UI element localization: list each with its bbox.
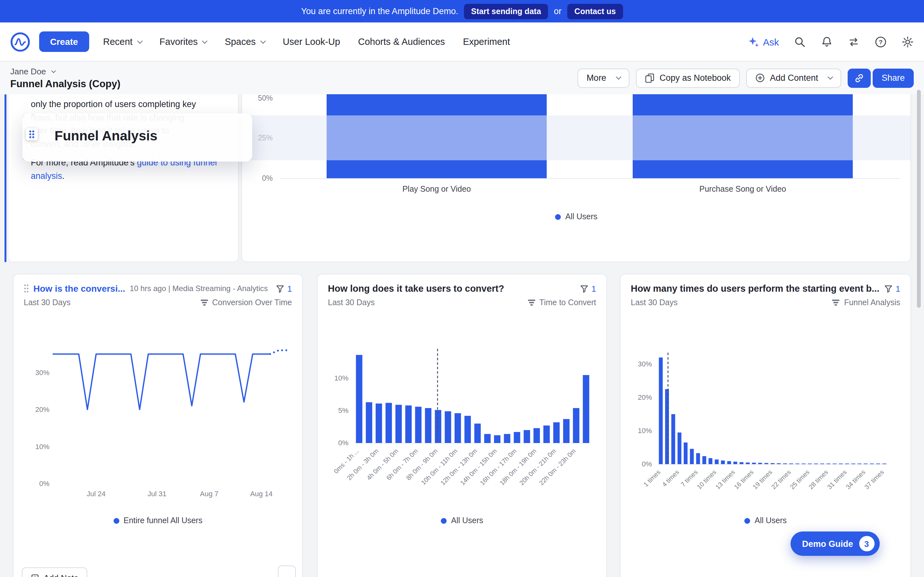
data-connections-icon[interactable] [847, 35, 860, 48]
legend-label: All Users [565, 212, 598, 221]
legend-dot-icon [555, 214, 561, 219]
filter-funnel-icon [580, 284, 588, 293]
ask-label: Ask [763, 36, 779, 47]
breadcrumb[interactable]: Jane Doe [10, 66, 120, 76]
demo-guide-button[interactable]: Demo Guide 3 [790, 532, 879, 556]
svg-text:5%: 5% [338, 406, 349, 414]
svg-text:20%: 20% [638, 393, 652, 401]
nav-item-recent[interactable]: Recent [103, 37, 142, 47]
add-note-button[interactable]: Add Note [22, 567, 87, 577]
filter-count: 1 [288, 284, 292, 293]
nav-item-label: Favorites [160, 37, 198, 47]
filter-funnel-icon [884, 284, 893, 293]
filter-indicator[interactable]: 1 [884, 284, 900, 293]
conversion-line-chart: 0%10%20%30%Jul 24Jul 31Aug 7Aug 14 [20, 338, 302, 537]
nav-right-actions: Ask ? [748, 35, 914, 48]
section-selection-indicator [5, 94, 6, 262]
svg-text:20%: 20% [35, 406, 49, 414]
contact-us-button[interactable]: Contact us [567, 3, 623, 19]
chart-view-text: Funnel Analysis [844, 298, 900, 307]
drag-handle-icon[interactable] [26, 128, 38, 140]
chart-title-link[interactable]: How is the conversi... [33, 284, 125, 293]
svg-text:13 times: 13 times [714, 468, 736, 490]
copy-as-notebook-button[interactable]: Copy as Notebook [636, 68, 740, 87]
chart-meta: 10 hrs ago | Media Streaming - Analytics [129, 284, 271, 293]
amplitude-logo-icon [10, 32, 30, 52]
svg-text:16 times: 16 times [733, 468, 755, 490]
scrollbar-thumb[interactable] [917, 90, 921, 308]
search-icon[interactable] [793, 35, 806, 48]
start-sending-data-button[interactable]: Start sending data [464, 3, 548, 19]
nav-item-label: Cohorts & Audiences [358, 37, 445, 47]
copy-link-button[interactable] [848, 68, 871, 87]
ask-ai-button[interactable]: Ask [748, 36, 779, 47]
svg-text:37 times: 37 times [863, 468, 885, 490]
more-suffix: . [62, 171, 65, 181]
chart-view-label: Time to Convert [527, 298, 596, 307]
page-title: Funnel Analysis (Copy) [10, 78, 120, 89]
chart-view-text: Conversion Over Time [212, 298, 292, 307]
chevron-down-icon [202, 38, 208, 44]
nav-item-favorites[interactable]: Favorites [160, 37, 207, 47]
copy-as-notebook-label: Copy as Notebook [660, 73, 731, 83]
chart-view-label: Conversion Over Time [200, 298, 292, 307]
svg-text:10 times: 10 times [696, 468, 718, 490]
card-header: How long does it take users to convert? … [318, 274, 606, 307]
create-button[interactable]: Create [39, 31, 89, 52]
filter-indicator[interactable]: 1 [580, 284, 596, 293]
nav-item-cohorts-audiences[interactable]: Cohorts & Audiences [358, 37, 445, 47]
card-header: How is the conversi... 10 hrs ago | Medi… [13, 274, 302, 307]
card-corner-button[interactable] [278, 566, 296, 577]
more-button[interactable]: More [577, 68, 630, 87]
help-icon[interactable]: ? [874, 35, 887, 48]
filter-indicator[interactable]: 1 [276, 284, 292, 293]
add-note-label: Add Note [44, 573, 78, 577]
drag-dots-icon[interactable] [24, 284, 29, 293]
add-content-button[interactable]: Add Content [746, 68, 841, 87]
svg-text:10%: 10% [35, 443, 49, 451]
svg-text:0%: 0% [642, 460, 652, 468]
dashboard-content: only the proportion of users completing … [0, 94, 924, 577]
chart-title[interactable]: How many times do users perform the star… [631, 284, 880, 293]
description-line: only the proportion of users completing … [31, 98, 225, 111]
funnel-step-label: Purchase Song or Video [633, 185, 853, 193]
share-button[interactable]: Share [873, 68, 914, 87]
banner-message: You are currently in the Amplitude Demo. [301, 6, 458, 16]
funnel-chart-type-icon [527, 299, 535, 306]
funnel-analysis-drag-card[interactable]: Funnel Analysis [23, 113, 252, 161]
svg-text:20h 0m - 21h 0m: 20h 0m - 21h 0m [518, 447, 557, 486]
amplitude-logo[interactable] [10, 32, 30, 52]
x-axis-baseline [280, 178, 900, 179]
svg-text:?: ? [879, 39, 882, 45]
share-button-group: Share [848, 68, 914, 87]
nav-item-spaces[interactable]: Spaces [225, 37, 265, 47]
chevron-down-icon [51, 68, 55, 73]
card-header: How many times do users perform the star… [620, 274, 911, 307]
nav-item-experiment[interactable]: Experiment [463, 37, 510, 47]
svg-text:19 times: 19 times [751, 468, 774, 490]
y-axis-tick: 0% [247, 174, 273, 182]
add-content-label: Add Content [770, 73, 818, 83]
svg-text:16h 0m - 17h 0m: 16h 0m - 17h 0m [479, 447, 518, 486]
event-frequency-bar-chart: 0%10%20%30%1 times4 times7 times10 times… [627, 338, 909, 537]
page-header-actions: More Copy as Notebook Add Content Share [577, 68, 914, 87]
svg-text:14h 0m - 15h 0m: 14h 0m - 15h 0m [459, 447, 498, 486]
legend-label: All Users [451, 516, 483, 525]
svg-text:1 times: 1 times [642, 468, 662, 488]
chart-title[interactable]: How long does it take users to convert? [328, 284, 575, 293]
time-to-convert-card: How long does it take users to convert? … [317, 274, 607, 577]
note-icon [31, 574, 39, 577]
chart-legend: Entire funnel All Users [13, 516, 302, 525]
amplitude-dashboard: You are currently in the Amplitude Demo.… [0, 0, 924, 577]
chevron-down-icon [615, 74, 621, 80]
svg-text:Aug 7: Aug 7 [200, 490, 218, 498]
notifications-bell-icon[interactable] [820, 35, 833, 48]
nav-item-label: User Look-Up [283, 37, 340, 47]
funnel-chart-type-icon [832, 299, 840, 306]
nav-item-user-look-up[interactable]: User Look-Up [283, 37, 340, 47]
settings-gear-icon[interactable] [901, 35, 914, 48]
notebook-copy-icon [645, 73, 654, 83]
svg-text:12h 0m - 13h 0m: 12h 0m - 13h 0m [439, 447, 478, 486]
time-to-convert-bar-chart: 0%5%10%0ms - 1h ...2h 0m - 3h 0m4h 0m - … [324, 338, 606, 537]
nav-item-label: Spaces [225, 37, 256, 47]
